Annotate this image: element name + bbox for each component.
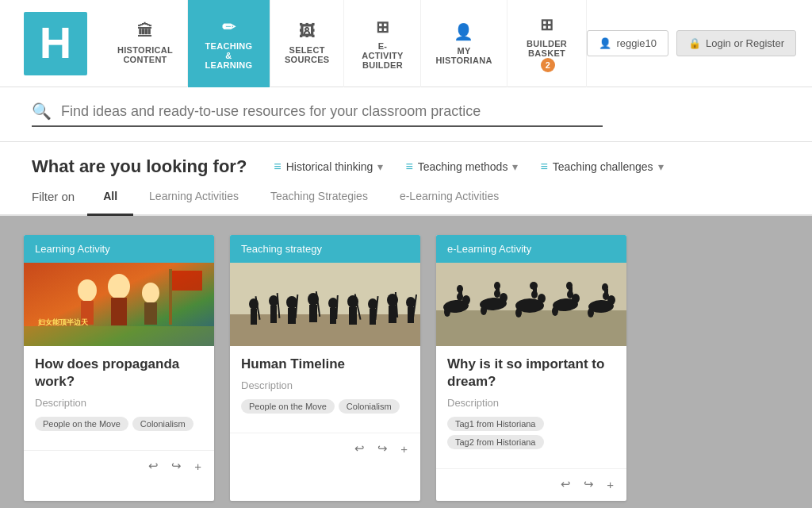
card-1-image: 妇女能顶半边天 xyxy=(24,263,214,346)
svg-point-63 xyxy=(530,282,538,290)
login-button[interactable]: 🔒 Login or Register xyxy=(676,30,796,56)
chevron-down-icon-2: ▾ xyxy=(512,160,518,173)
nav-e-activity-builder[interactable]: ⊞ E-ACTIVITY BUILDER xyxy=(344,0,421,87)
list-icon-2: ≡ xyxy=(405,160,412,174)
svg-point-5 xyxy=(108,274,130,299)
card-2-tag-1: People on the Move xyxy=(241,399,335,414)
tab-elearning-activities[interactable]: e-Learning Activities xyxy=(384,179,515,216)
card-2-image xyxy=(230,263,420,346)
chevron-down-icon-1: ▾ xyxy=(377,160,383,173)
list-icon-3: ≡ xyxy=(540,160,547,174)
svg-point-75 xyxy=(602,283,608,291)
card-3-revert-button[interactable]: ↩ xyxy=(559,475,573,493)
tab-all[interactable]: All xyxy=(87,179,133,216)
card-learning-activity: Learning Activity xyxy=(24,235,214,501)
svg-rect-12 xyxy=(24,326,214,346)
svg-point-7 xyxy=(142,283,159,303)
svg-point-3 xyxy=(78,279,97,302)
card-1-desc: Description xyxy=(35,397,203,409)
card-3-tag-2: Tag2 from Historiana xyxy=(447,435,544,449)
tab-teaching-strategies[interactable]: Teaching Strategies xyxy=(255,179,384,216)
teaching-methods-label: Teaching methods xyxy=(418,160,508,173)
card-3-desc: Description xyxy=(447,397,615,409)
card-1-title: How does propaganda work? xyxy=(35,356,203,391)
card-3-title: Why is it so important to dream? xyxy=(447,356,615,391)
svg-point-51 xyxy=(457,285,463,293)
card-1-add-button[interactable]: + xyxy=(193,458,203,475)
user-icon: 👤 xyxy=(599,37,611,49)
svg-point-48 xyxy=(444,307,450,317)
card-2-share-button[interactable]: ↪ xyxy=(376,440,389,457)
teaching-challenges-dropdown[interactable]: ≡ Teaching challenges ▾ xyxy=(529,155,674,179)
cards-section: Learning Activity xyxy=(0,216,812,508)
svg-rect-17 xyxy=(251,309,257,325)
svg-point-59 xyxy=(538,294,546,303)
svg-rect-20 xyxy=(270,306,277,323)
svg-point-60 xyxy=(515,308,522,318)
my-historiana-icon: 👤 xyxy=(454,22,473,41)
svg-rect-26 xyxy=(309,305,317,322)
login-label: Login or Register xyxy=(706,37,784,49)
svg-rect-45 xyxy=(436,310,626,346)
svg-point-69 xyxy=(566,282,573,290)
svg-text:妇女能顶半边天: 妇女能顶半边天 xyxy=(37,318,89,326)
username-label: reggie10 xyxy=(616,37,657,49)
svg-point-53 xyxy=(500,293,508,302)
builder-basket-icon: ⊞ xyxy=(540,15,553,34)
search-icon: 🔍 xyxy=(32,102,52,121)
nav-select-sources[interactable]: 🖼 SELECT SOURCES xyxy=(270,0,345,87)
svg-rect-8 xyxy=(144,302,157,325)
svg-rect-35 xyxy=(370,309,376,325)
card-1-revert-button[interactable]: ↩ xyxy=(147,457,160,475)
svg-rect-29 xyxy=(330,308,336,324)
logo[interactable]: H xyxy=(16,8,95,79)
card-3-body: Why is it so important to dream? Descrip… xyxy=(436,346,626,468)
search-input[interactable] xyxy=(61,103,603,120)
historical-thinking-label: Historical thinking xyxy=(286,160,373,173)
card-3-share-button[interactable]: ↪ xyxy=(582,475,596,493)
list-icon-1: ≡ xyxy=(274,160,281,174)
tabs-section: Filter on All Learning Activities Teachi… xyxy=(0,179,812,216)
card-2-tag-2: Colonialism xyxy=(339,399,400,414)
teaching-methods-dropdown[interactable]: ≡ Teaching methods ▾ xyxy=(394,155,529,179)
search-bar: 🔍 xyxy=(32,102,603,127)
basket-badge: 2 xyxy=(541,58,555,72)
nav-my-historiana[interactable]: 👤 MY HISTORIANA xyxy=(421,0,507,87)
teaching-learning-icon: ✏ xyxy=(222,17,236,37)
svg-point-22 xyxy=(286,296,297,309)
card-2-actions: ↩ ↪ + xyxy=(230,433,420,465)
nav-items: 🏛 HISTORICAL CONTENT ✏ TEACHING & LEARNI… xyxy=(103,0,587,87)
card-2-add-button[interactable]: + xyxy=(399,441,409,457)
svg-point-57 xyxy=(494,282,500,290)
card-1-actions: ↩ ↪ + xyxy=(24,450,214,483)
nav-teaching-learning[interactable]: ✏ TEACHING & LEARNING xyxy=(188,0,270,87)
historical-thinking-dropdown[interactable]: ≡ Historical thinking ▾ xyxy=(262,155,394,179)
card-3-image xyxy=(436,263,626,346)
svg-rect-38 xyxy=(389,306,396,323)
svg-point-47 xyxy=(462,295,470,305)
svg-point-72 xyxy=(588,308,594,318)
svg-text:H: H xyxy=(40,17,71,67)
user-button[interactable]: 👤 reggie10 xyxy=(587,30,668,56)
card-3-actions: ↩ ↪ + xyxy=(436,468,626,501)
header-right: 👤 reggie10 🔒 Login or Register xyxy=(587,30,796,56)
nav-historical-content[interactable]: 🏛 HISTORICAL CONTENT xyxy=(103,0,188,87)
card-1-share-button[interactable]: ↪ xyxy=(170,457,183,475)
card-2-revert-button[interactable]: ↩ xyxy=(353,440,366,457)
card-2-title: Human Timeline xyxy=(241,356,409,373)
card-1-tag-1: People on the Move xyxy=(35,417,128,431)
card-3-add-button[interactable]: + xyxy=(605,476,615,493)
card-2-body: Human Timeline Description People on the… xyxy=(230,346,420,433)
card-elearning-activity: e-Learning Activity xyxy=(436,235,626,501)
card-2-type-bar: Teaching strategy xyxy=(230,235,420,263)
nav-builder-basket[interactable]: ⊞ BUILDER BASKET2 xyxy=(508,0,588,87)
filter-section: What are you looking for? ≡ Historical t… xyxy=(0,142,812,179)
lock-icon: 🔒 xyxy=(688,37,701,49)
select-sources-icon: 🖼 xyxy=(299,22,315,40)
svg-point-66 xyxy=(552,306,558,316)
tab-learning-activities[interactable]: Learning Activities xyxy=(133,179,255,216)
card-1-type-bar: Learning Activity xyxy=(24,235,214,263)
filter-label: What are you looking for? xyxy=(32,156,247,177)
svg-rect-23 xyxy=(288,308,296,324)
card-2-tags: People on the Move Colonialism xyxy=(241,399,409,414)
